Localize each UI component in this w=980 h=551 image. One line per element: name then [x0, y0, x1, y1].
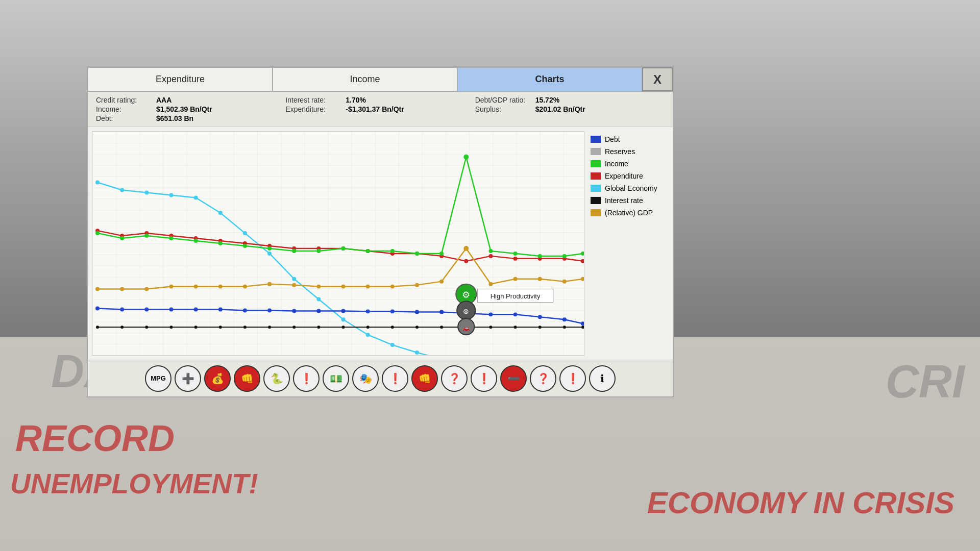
legend-interest-rate: Interest rate [591, 196, 663, 205]
svg-point-97 [366, 309, 370, 313]
legend-color-income [591, 160, 601, 167]
stat-value-surplus: $201.02 Bn/Qtr [535, 105, 585, 113]
stat-label-expenditure: Expenditure: [285, 105, 341, 113]
legend-label-gdp: (Relative) GDP [605, 209, 653, 217]
event-icon-red-1[interactable]: 💰 [204, 365, 231, 392]
svg-point-44 [95, 231, 100, 235]
event-icon-plus[interactable]: ➕ [175, 365, 201, 392]
stats-row: Credit rating: AAA Income: $1,502.39 Bn/… [88, 92, 673, 127]
svg-point-83 [538, 277, 542, 281]
newspaper-text-record: RECORD [15, 417, 175, 459]
legend-label-income: Income [605, 160, 628, 168]
svg-point-69 [194, 285, 198, 289]
svg-point-70 [218, 285, 223, 289]
stat-label-income: Income: [96, 105, 152, 113]
event-icon-exclaim-3[interactable]: ❗ [471, 365, 497, 392]
svg-point-74 [316, 285, 321, 289]
svg-text:⚙: ⚙ [462, 290, 470, 300]
chart-area: ⚙ ⊗ 🚗 High Productivity [92, 131, 584, 356]
newspaper-text-cri: CRI [886, 356, 965, 408]
svg-point-75 [341, 285, 346, 289]
event-icon-exclaim-1[interactable]: ❗ [293, 365, 320, 392]
svg-point-109 [145, 325, 148, 329]
stat-credit-rating: Credit rating: AAA [96, 96, 285, 104]
event-icon-red-4[interactable]: ➖ [500, 365, 527, 392]
svg-point-100 [439, 310, 444, 314]
svg-point-77 [390, 285, 395, 289]
svg-point-80 [463, 246, 469, 251]
event-icon-dollar[interactable]: 💵 [323, 365, 349, 392]
svg-point-90 [194, 307, 198, 311]
tab-expenditure[interactable]: Expenditure [88, 67, 273, 91]
event-icon-red-2[interactable]: 👊 [234, 365, 260, 392]
svg-point-87 [120, 307, 124, 311]
svg-point-59 [463, 155, 469, 160]
event-icon-mpg[interactable]: MPG [145, 365, 172, 392]
svg-point-6 [194, 195, 198, 199]
svg-point-60 [488, 249, 493, 253]
main-dialog: Expenditure Income Charts X Credit ratin… [87, 66, 674, 397]
svg-point-86 [95, 306, 100, 310]
svg-point-65 [95, 287, 100, 291]
svg-point-3 [120, 188, 124, 192]
stat-group-3: Debt/GDP ratio: 15.72% Surplus: $201.02 … [475, 96, 665, 122]
svg-text:⊗: ⊗ [463, 307, 469, 315]
svg-point-84 [562, 280, 567, 284]
stat-label-debt-gdp: Debt/GDP ratio: [475, 96, 531, 104]
tab-income[interactable]: Income [273, 67, 457, 91]
svg-point-73 [292, 283, 296, 287]
chart-legend: Debt Reserves Income Expenditure Global … [584, 131, 669, 356]
event-icon-question-2[interactable]: ❓ [530, 365, 556, 392]
svg-point-117 [342, 325, 345, 329]
stat-income: Income: $1,502.39 Bn/Qtr [96, 105, 285, 113]
legend-color-interest-rate [591, 197, 601, 204]
svg-point-79 [439, 280, 444, 284]
legend-color-expenditure [591, 172, 601, 180]
stat-surplus: Surplus: $201.02 Bn/Qtr [475, 105, 665, 113]
svg-point-114 [268, 325, 271, 329]
svg-point-81 [488, 282, 493, 286]
stat-value-debt: $651.03 Bn [156, 114, 193, 122]
svg-point-92 [243, 308, 247, 312]
legend-global-economy: Global Economy [591, 184, 663, 192]
svg-point-56 [390, 249, 395, 253]
svg-point-49 [218, 241, 223, 245]
event-icon-info[interactable]: ℹ [589, 365, 616, 392]
event-icon-exclaim-2[interactable]: ❗ [382, 365, 408, 392]
event-icon-red-3[interactable]: 👊 [411, 365, 438, 392]
tab-charts[interactable]: Charts [457, 67, 642, 91]
svg-point-10 [292, 277, 296, 281]
stat-group-2: Interest rate: 1.70% Expenditure: -$1,30… [285, 96, 475, 122]
svg-point-5 [169, 193, 173, 197]
svg-point-82 [513, 277, 518, 281]
svg-point-51 [267, 246, 272, 251]
svg-point-94 [292, 309, 296, 313]
newspaper-text-unemployment: UNEMPLOYMENT! [10, 467, 258, 500]
svg-point-124 [514, 325, 517, 329]
stat-debt: Debt: $651.03 Bn [96, 114, 285, 122]
svg-point-46 [144, 234, 149, 238]
svg-point-88 [144, 307, 149, 311]
legend-income: Income [591, 160, 663, 168]
event-icon-snake[interactable]: 🐍 [263, 365, 290, 392]
svg-point-12 [341, 317, 346, 321]
svg-point-115 [292, 325, 296, 329]
svg-rect-1 [92, 132, 584, 355]
stat-group-1: Credit rating: AAA Income: $1,502.39 Bn/… [96, 96, 285, 122]
svg-point-120 [415, 325, 419, 329]
svg-point-8 [243, 231, 247, 235]
stat-label-surplus: Surplus: [475, 105, 531, 113]
svg-point-11 [316, 297, 321, 302]
svg-point-47 [169, 236, 173, 240]
svg-point-116 [317, 325, 320, 329]
event-icon-exclaim-4[interactable]: ❗ [559, 365, 586, 392]
svg-point-98 [390, 309, 395, 313]
svg-point-103 [513, 312, 518, 316]
close-button[interactable]: X [642, 67, 673, 91]
event-icon-theater[interactable]: 🎭 [352, 365, 379, 392]
svg-point-93 [267, 308, 272, 312]
event-icon-question-1[interactable]: ❓ [441, 365, 468, 392]
legend-expenditure: Expenditure [591, 172, 663, 180]
legend-label-expenditure: Expenditure [605, 172, 643, 180]
svg-point-78 [415, 283, 419, 287]
